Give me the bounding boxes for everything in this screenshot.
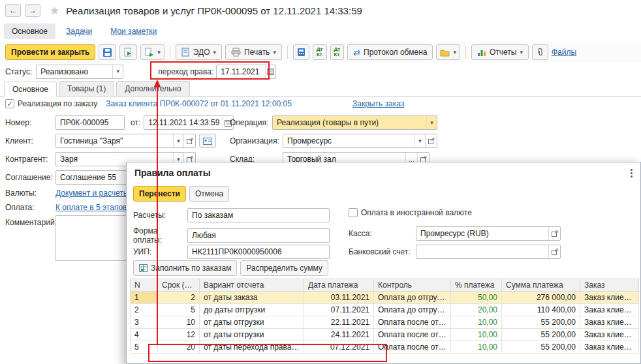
- open-item-icon[interactable]: [548, 245, 560, 258]
- attachments-button[interactable]: [532, 44, 548, 60]
- table-row[interactable]: 4 12 от даты отгрузки 24.11.2021 Оплата …: [131, 329, 639, 341]
- cell-control[interactable]: Оплата до отгрузки: [374, 292, 451, 304]
- client-card-button[interactable]: [199, 134, 216, 148]
- cashbox-field[interactable]: Промресурс (RUB): [416, 226, 561, 241]
- cell-percent[interactable]: 50,00: [451, 292, 502, 304]
- cell-order[interactable]: Заказ клиен...: [580, 292, 639, 304]
- foreign-currency-checkbox[interactable]: [349, 208, 358, 217]
- close-order-link[interactable]: Закрыть заказ: [352, 99, 404, 108]
- files-link[interactable]: Файлы: [552, 48, 576, 57]
- cell-percent[interactable]: 10,00: [451, 316, 502, 329]
- cell-days[interactable]: 2: [158, 292, 200, 304]
- print-button[interactable]: Печать ▾: [225, 44, 282, 60]
- cell-order[interactable]: Заказ клиен...: [580, 341, 639, 354]
- cell-order[interactable]: Заказ клиен...: [580, 329, 639, 341]
- table-row[interactable]: 5 20 от даты перехода права соб... 07.12…: [131, 341, 639, 354]
- tab-tasks[interactable]: Задачи: [58, 23, 100, 39]
- payment-stages-link[interactable]: К оплате в 5 этапов: [55, 203, 127, 212]
- col-header-order[interactable]: Заказ: [580, 279, 639, 292]
- cell-percent[interactable]: 10,00: [451, 341, 502, 354]
- operation-select[interactable]: Реализация (товары в пути) ▾: [272, 115, 437, 130]
- col-header-sum[interactable]: Сумма платежа: [502, 279, 580, 292]
- organization-field[interactable]: Промресурс ▾: [283, 134, 437, 148]
- tab-main[interactable]: Основное: [4, 23, 55, 39]
- exchange-protocol-button[interactable]: ⇄ Протокол обмена: [347, 44, 433, 60]
- open-item-icon[interactable]: [548, 227, 560, 240]
- save-button[interactable]: [99, 44, 116, 60]
- chevron-down-icon[interactable]: ▾: [112, 65, 123, 78]
- menu-dots-icon[interactable]: [629, 168, 634, 179]
- edo-button[interactable]: ЭДО ▾: [176, 44, 222, 60]
- post-document-button[interactable]: [119, 44, 137, 60]
- back-button[interactable]: ←: [5, 4, 21, 17]
- cell-n[interactable]: 5: [131, 341, 158, 354]
- cell-days[interactable]: 20: [158, 341, 200, 354]
- cell-days[interactable]: 10: [158, 316, 200, 329]
- cell-payment-date[interactable]: 24.11.2021: [304, 329, 374, 341]
- reports-button[interactable]: Отчеты ▾: [471, 44, 529, 60]
- cell-control[interactable]: Оплата после отгрузки: [374, 316, 451, 329]
- open-item-icon[interactable]: [425, 134, 437, 147]
- cell-payment-date[interactable]: 07.12.2021: [304, 341, 374, 354]
- bank-account-field[interactable]: [416, 245, 561, 259]
- transfer-button[interactable]: Перенести: [133, 186, 186, 202]
- chevron-down-icon[interactable]: ▾: [173, 134, 183, 147]
- cell-n[interactable]: 2: [131, 304, 158, 316]
- tab-my-notes[interactable]: Мои заметки: [102, 23, 164, 39]
- calculator-button[interactable]: [293, 44, 309, 60]
- cell-sum[interactable]: 110 400,00: [502, 304, 580, 316]
- cell-percent[interactable]: 10,00: [451, 329, 502, 341]
- doc-tab-main[interactable]: Основное: [4, 82, 57, 97]
- forward-button[interactable]: →: [25, 4, 40, 17]
- table-row[interactable]: 2 5 до даты отгрузки 07.11.2021 Оплата д…: [131, 304, 639, 316]
- payment-form-field[interactable]: Любая: [187, 228, 330, 243]
- cell-variant[interactable]: от даты заказа: [200, 292, 304, 304]
- folder-menu-button[interactable]: ▾: [436, 44, 460, 60]
- cell-payment-date[interactable]: 22.11.2021: [304, 316, 374, 329]
- sale-by-order-checkbox[interactable]: ✓: [5, 99, 14, 108]
- col-header-control[interactable]: Контроль: [374, 279, 451, 292]
- cell-control[interactable]: Оплата до отгрузки: [374, 304, 451, 316]
- transfer-date-field[interactable]: 17.11.2021: [216, 65, 276, 79]
- cell-sum[interactable]: 55 200,00: [502, 316, 580, 329]
- col-header-days[interactable]: Срок (дн): [158, 279, 200, 292]
- dt-kt-report-button[interactable]: ДтКт: [330, 44, 345, 60]
- cell-control[interactable]: Оплата после отгрузки: [374, 341, 451, 354]
- create-based-on-button[interactable]: ▾: [140, 44, 164, 60]
- cell-percent[interactable]: 20,00: [451, 304, 502, 316]
- cell-n[interactable]: 4: [131, 329, 158, 341]
- doc-tab-additional[interactable]: Дополнительно: [116, 81, 189, 96]
- customer-order-link[interactable]: Заказ клиента ПР0К-000072 от 01.11.2021 …: [106, 99, 292, 108]
- col-header-payment-date[interactable]: Дата платежа: [304, 279, 374, 292]
- comment-textarea[interactable]: [55, 215, 129, 261]
- post-and-close-button[interactable]: Провести и закрыть: [5, 44, 95, 60]
- cell-days[interactable]: 5: [158, 304, 200, 316]
- settlements-field[interactable]: По заказам: [187, 208, 330, 222]
- col-header-variant[interactable]: Вариант отсчета: [200, 279, 304, 292]
- cell-n[interactable]: 1: [131, 292, 158, 304]
- col-header-n[interactable]: N: [131, 279, 158, 292]
- cell-payment-date[interactable]: 07.11.2021: [304, 304, 374, 316]
- doc-tab-goods[interactable]: Товары (1): [59, 81, 114, 96]
- favorite-star-icon[interactable]: ★: [50, 4, 59, 18]
- status-select[interactable]: Реализовано ▾: [36, 65, 123, 79]
- table-row[interactable]: 1 2 от даты заказа 03.11.2021 Оплата до …: [131, 292, 639, 304]
- open-item-icon[interactable]: [183, 134, 195, 147]
- number-field[interactable]: ПР0К-000095: [55, 115, 125, 130]
- cell-variant[interactable]: до даты отгрузки: [200, 304, 304, 316]
- cell-control[interactable]: Оплата после отгрузки: [374, 329, 451, 341]
- cell-sum[interactable]: 276 000,00: [502, 292, 580, 304]
- cell-variant[interactable]: от даты перехода права соб...: [200, 341, 304, 354]
- calendar-icon[interactable]: [265, 65, 275, 78]
- cell-days[interactable]: 12: [158, 329, 200, 341]
- chevron-down-icon[interactable]: ▾: [426, 116, 437, 129]
- uip-field[interactable]: НК2111ПР0К0000950006: [187, 245, 330, 259]
- cell-sum[interactable]: 55 200,00: [502, 341, 580, 354]
- cell-variant[interactable]: от даты отгрузки: [200, 316, 304, 329]
- col-header-percent[interactable]: % платежа: [451, 279, 502, 292]
- cell-payment-date[interactable]: 03.11.2021: [304, 292, 374, 304]
- cancel-button[interactable]: Отмена: [189, 186, 229, 202]
- cell-order[interactable]: Заказ клиен...: [580, 316, 639, 329]
- fill-by-orders-button[interactable]: Заполнить по заказам: [133, 260, 237, 276]
- cell-n[interactable]: 3: [131, 316, 158, 329]
